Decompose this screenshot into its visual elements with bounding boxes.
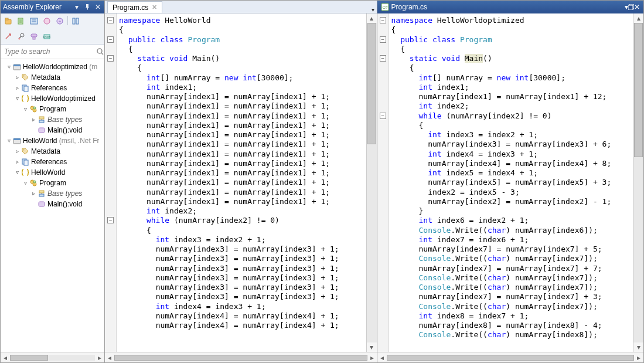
gutter-right[interactable]: −−−− [377,13,389,352]
tag-icon [21,147,30,155]
fold-toggle-icon[interactable]: − [380,113,386,119]
tab-program-cs-left[interactable]: Program.cs ✕ [107,1,162,13]
scroll-right-icon[interactable]: ▸ [367,354,377,362]
search-input[interactable] [3,47,94,56]
code-area-right[interactable]: namespace HelloWorldoptimized { public c… [389,13,633,352]
scroll-down-icon[interactable]: ▾ [633,342,643,352]
panel-title: Assembly Explorer [3,3,70,11]
scroll-up-icon[interactable]: ▴ [633,13,643,23]
explorer-hscroll[interactable]: ◂ ▸ [1,352,104,362]
svg-text:+: + [59,19,62,24]
scroll-down-icon[interactable]: ▾ [367,342,377,352]
expand-toggle-icon[interactable]: ▹ [13,83,21,93]
tabbar-left: Program.cs ✕ ▾ [105,1,377,13]
cls-icon [29,179,38,187]
close-panel-icon[interactable]: ✕ [94,3,102,11]
svg-point-34 [33,181,36,183]
pin-icon[interactable] [83,3,91,11]
tab-label: Program.cs [113,4,148,12]
tree-node[interactable]: ▹Main():void [1,199,104,209]
asm-icon [12,63,22,71]
toolbar-btn-6[interactable] [70,16,81,26]
gutter-left[interactable]: −−−− [105,13,117,352]
bt-icon [37,116,46,124]
toolbar-btn-2[interactable] [16,16,26,26]
ns-icon [21,94,30,103]
toolbar-btn-3[interactable] [29,16,39,26]
expand-toggle-icon[interactable]: ▿ [13,93,21,104]
scroll-right-icon: ▸ [634,354,643,362]
scroll-up-icon[interactable]: ▴ [367,13,377,23]
svg-rect-41 [628,5,633,10]
tree-node[interactable]: ▹Main():void [1,125,104,135]
expand-toggle-icon[interactable]: ▿ [22,178,29,188]
toolbar-btn-5[interactable]: + [54,16,65,26]
tree-node[interactable]: ▹References [1,83,104,93]
hscroll-thumb[interactable] [387,355,634,361]
tree-node[interactable]: ▹References [1,157,104,167]
scroll-left-icon[interactable]: ◂ [1,354,10,362]
dropdown-icon[interactable]: ▾ [73,3,81,11]
toolbar-btn-1[interactable] [3,16,13,26]
tab-close-icon[interactable]: ✕ [152,4,157,11]
hscroll-left[interactable]: ◂ ▸ [105,352,377,362]
assembly-tree[interactable]: ▿HelloWorldoptimized (m▹Metadata▹Referen… [1,59,104,352]
tab-overflow-icon[interactable]: ▾ [369,6,377,13]
scroll-thumb[interactable] [10,355,48,361]
tree-node[interactable]: ▹Metadata [1,146,104,157]
tree-node[interactable]: ▿HelloWorld [1,167,104,178]
toolbar-btn-8[interactable] [16,31,26,42]
tree-node[interactable]: ▿HelloWorld (msil, .Net Fr [1,135,104,146]
fold-toggle-icon[interactable]: − [107,17,114,23]
scroll-left-icon[interactable]: ◂ [105,354,114,362]
toolbar-btn-10[interactable]: PDB [42,31,52,42]
svg-rect-26 [39,128,45,133]
expand-toggle-icon[interactable]: ▹ [30,114,37,125]
tree-label: HelloWorldoptimized [31,93,96,104]
scroll-right-icon[interactable]: ▸ [95,354,104,362]
vscroll-left[interactable]: ▴ ▾ [366,13,377,352]
search-icon[interactable] [96,48,104,56]
toolbar-btn-7[interactable] [3,31,13,42]
window-close-icon[interactable]: ✕ [634,3,640,11]
toolbar-btn-9[interactable] [29,31,39,42]
vscroll-thumb[interactable] [634,23,643,157]
fold-toggle-icon[interactable]: − [107,36,114,43]
expand-toggle-icon[interactable]: ▿ [5,62,12,72]
expand-toggle-icon[interactable]: ▹ [13,146,21,157]
svg-point-10 [19,38,21,40]
hscroll-right[interactable]: ◂ ▸ [377,352,643,362]
svg-rect-31 [24,160,28,165]
expand-toggle-icon[interactable]: ▹ [30,188,37,199]
expand-toggle-icon[interactable]: ▿ [5,135,12,146]
tree-node[interactable]: ▿HelloWorldoptimized [1,93,104,104]
tree-node[interactable]: ▿Program [1,178,104,188]
assembly-explorer-panel: Assembly Explorer ▾ ✕ + PDB [1,1,105,362]
expand-toggle-icon[interactable]: ▹ [13,157,21,167]
window-restore-icon[interactable] [628,4,634,10]
scroll-left-icon[interactable]: ◂ [377,354,387,362]
toolbar-btn-4[interactable] [42,16,52,26]
hscroll-thumb[interactable] [114,355,367,361]
ref-icon [21,158,30,166]
tree-node[interactable]: ▿Program [1,104,104,114]
svg-rect-8 [76,18,79,24]
expand-toggle-icon[interactable]: ▿ [13,167,21,178]
vscroll-right[interactable]: ▴ ▾ [633,13,643,352]
tree-label: References [31,83,67,93]
tree-node[interactable]: ▿HelloWorldoptimized (m [1,62,104,72]
tree-node[interactable]: ▹Metadata [1,72,104,83]
toolbar-sep [67,16,68,25]
tree-node[interactable]: ▹Base types [1,114,104,125]
expand-toggle-icon[interactable]: ▿ [22,104,29,114]
fold-toggle-icon[interactable]: − [107,217,114,223]
fold-toggle-icon[interactable]: − [107,55,114,62]
fold-toggle-icon[interactable]: − [380,36,386,43]
fold-toggle-icon[interactable]: − [380,55,386,62]
fold-toggle-icon[interactable]: − [380,17,386,23]
tree-node[interactable]: ▹Base types [1,188,104,199]
vscroll-thumb[interactable] [367,23,376,144]
expand-toggle-icon[interactable]: ▹ [13,72,21,83]
code-area-left[interactable]: namespace HelloWorld { public class Prog… [117,13,366,352]
scroll-track[interactable] [10,355,95,361]
